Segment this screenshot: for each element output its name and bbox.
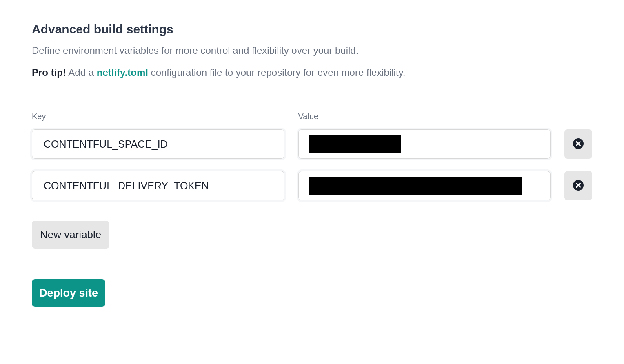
redacted-value <box>309 177 522 195</box>
variable-value-input[interactable] <box>298 129 551 159</box>
pro-tip-text-after: configuration file to your repository fo… <box>148 67 406 78</box>
value-column-label: Value <box>298 112 551 121</box>
pro-tip: Pro tip! Add a netlify.toml configuratio… <box>32 66 592 80</box>
variable-key-input[interactable] <box>32 171 284 200</box>
column-headers: Key Value <box>32 112 592 125</box>
variable-value-input[interactable] <box>298 171 551 200</box>
pro-tip-label: Pro tip! <box>32 67 66 78</box>
section-heading: Advanced build settings <box>32 22 592 36</box>
netlify-toml-link[interactable]: netlify.toml <box>97 67 148 78</box>
deploy-site-button[interactable]: Deploy site <box>32 279 105 307</box>
delete-variable-button[interactable] <box>564 171 592 200</box>
section-description: Define environment variables for more co… <box>32 44 592 58</box>
variable-key-input[interactable] <box>32 129 284 159</box>
close-icon <box>573 180 584 192</box>
variable-row <box>32 171 592 200</box>
redacted-value <box>309 135 401 153</box>
close-icon <box>573 138 584 150</box>
delete-variable-button[interactable] <box>564 129 592 159</box>
key-column-label: Key <box>32 112 284 121</box>
variable-row <box>32 129 592 159</box>
pro-tip-text-before: Add a <box>66 67 97 78</box>
new-variable-button[interactable]: New variable <box>32 221 109 249</box>
